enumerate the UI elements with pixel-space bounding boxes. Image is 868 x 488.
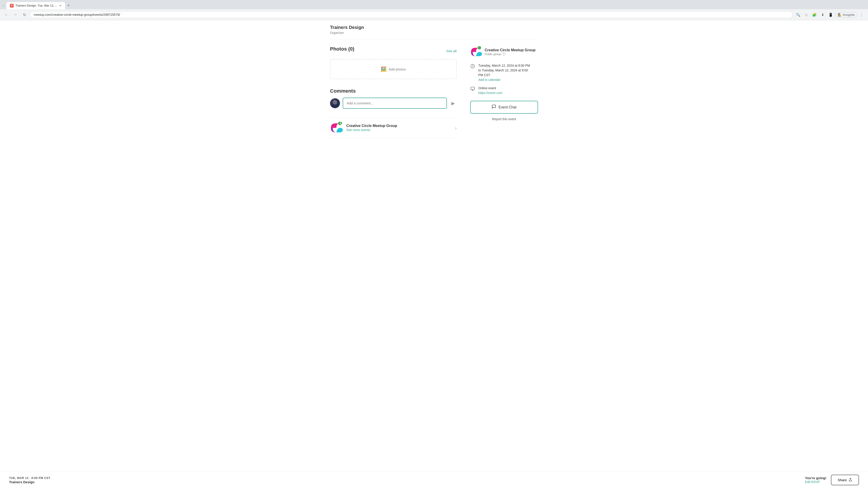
zoom-link[interactable]: https://zoom.com (478, 91, 502, 95)
main-layout: Photos (0) See all 🖼️ Add photos Comment… (330, 39, 538, 138)
group-section-card[interactable]: Creative Circle Meetup Group See more ev… (330, 118, 457, 138)
incognito-icon: 🕵️ (838, 13, 841, 17)
event-details: Tuesday, March 12, 2024 at 8:00 PMto Tue… (470, 63, 538, 95)
see-all-photos-link[interactable]: See all (446, 49, 457, 53)
forward-button[interactable]: → (12, 11, 19, 18)
see-more-events-link[interactable]: See more events (346, 128, 370, 132)
photos-section: Photos (0) See all 🖼️ Add photos (330, 46, 457, 79)
organizer-section: Trainers Design Organizer (330, 20, 538, 39)
send-comment-button[interactable]: ▶ (450, 99, 457, 108)
comment-input-wrapper (343, 98, 447, 109)
group-logo (330, 122, 343, 134)
comment-input-row: ▶ (330, 98, 457, 109)
back-button[interactable]: ← (3, 11, 10, 18)
chat-icon (492, 104, 496, 110)
browser-chrome: ‹ M Trainers Design, Tue, Mar 12, 2... ✕… (0, 0, 868, 20)
online-event-row: Online event https://zoom.com (470, 86, 538, 95)
online-event-content: Online event https://zoom.com (478, 86, 502, 95)
extensions-icon-button[interactable]: 🧩 (811, 11, 818, 18)
online-event-label: Online event (478, 86, 502, 91)
add-photos-label: Add photos (389, 67, 406, 71)
organizer-name: Trainers Design (330, 25, 538, 30)
menu-icon-button[interactable]: ⋮ (858, 11, 865, 18)
photo-icon: 🖼️ (381, 66, 386, 72)
comments-title: Comments (330, 88, 457, 94)
clock-icon (470, 64, 475, 69)
url-text: meetup.com/creative-circle-meetup-group/… (34, 13, 789, 17)
right-group-name: Creative Circle Meetup Group (485, 48, 535, 52)
monitor-icon (470, 86, 475, 91)
right-group-logo (470, 46, 482, 58)
tab-arrow-left[interactable]: ‹ (2, 3, 5, 8)
add-photos-area[interactable]: 🖼️ Add photos (330, 59, 457, 79)
photos-section-header: Photos (0) See all (330, 46, 457, 56)
active-tab[interactable]: M Trainers Design, Tue, Mar 12, 2... ✕ (6, 2, 65, 9)
right-group-card: Creative Circle Meetup Group Public grou… (470, 46, 538, 58)
commenter-avatar (330, 98, 340, 108)
report-event-link[interactable]: Report this event (470, 117, 538, 121)
comments-section: Comments ▶ (330, 88, 457, 109)
organizer-role: Organizer (330, 31, 538, 35)
left-column: Photos (0) See all 🖼️ Add photos Comment… (330, 46, 457, 138)
new-tab-button[interactable]: + (66, 2, 71, 9)
event-chat-button[interactable]: Event Chat (470, 101, 538, 113)
public-group-label: Public group ? (485, 52, 535, 56)
page-content: Trainers Design Organizer Photos (0) See… (326, 20, 542, 147)
photos-title: Photos (0) (330, 46, 354, 52)
right-group-info: Creative Circle Meetup Group Public grou… (485, 48, 535, 56)
reload-button[interactable]: ↻ (21, 11, 28, 18)
incognito-label: Incognito (843, 13, 855, 17)
incognito-badge[interactable]: 🕵️ Incognito (835, 12, 857, 18)
close-tab-button[interactable]: ✕ (59, 4, 61, 7)
svg-rect-3 (471, 87, 475, 90)
date-time-content: Tuesday, March 12, 2024 at 8:00 PMto Tue… (478, 63, 530, 82)
group-name: Creative Circle Meetup Group (346, 124, 452, 128)
comment-input[interactable] (343, 98, 447, 109)
info-icon[interactable]: ? (502, 52, 505, 56)
browser-toolbar: ← → ↻ meetup.com/creative-circle-meetup-… (0, 9, 868, 20)
bookmark-icon-button[interactable]: ☆ (803, 11, 810, 18)
add-to-calendar-link[interactable]: Add to calendar (478, 77, 530, 82)
device-icon-button[interactable]: 📱 (827, 11, 834, 18)
group-chevron-icon: › (455, 125, 457, 131)
right-column: Creative Circle Meetup Group Public grou… (470, 46, 538, 138)
toolbar-icons: 🔍 ☆ 🧩 ⬇ 📱 🕵️ Incognito ⋮ (795, 11, 865, 18)
search-icon-button[interactable]: 🔍 (795, 11, 802, 18)
group-info: Creative Circle Meetup Group See more ev… (346, 124, 452, 132)
tab-title: Trainers Design, Tue, Mar 12, 2... (16, 4, 57, 7)
tab-favicon: M (10, 4, 13, 7)
download-icon-button[interactable]: ⬇ (819, 11, 826, 18)
event-chat-label: Event Chat (498, 105, 516, 109)
event-datetime-text: Tuesday, March 12, 2024 at 8:00 PMto Tue… (478, 63, 530, 77)
date-time-row: Tuesday, March 12, 2024 at 8:00 PMto Tue… (470, 63, 538, 82)
group-active-indicator (340, 122, 343, 124)
tab-bar: ‹ M Trainers Design, Tue, Mar 12, 2... ✕… (0, 0, 868, 9)
address-bar[interactable]: meetup.com/creative-circle-meetup-group/… (30, 11, 793, 18)
